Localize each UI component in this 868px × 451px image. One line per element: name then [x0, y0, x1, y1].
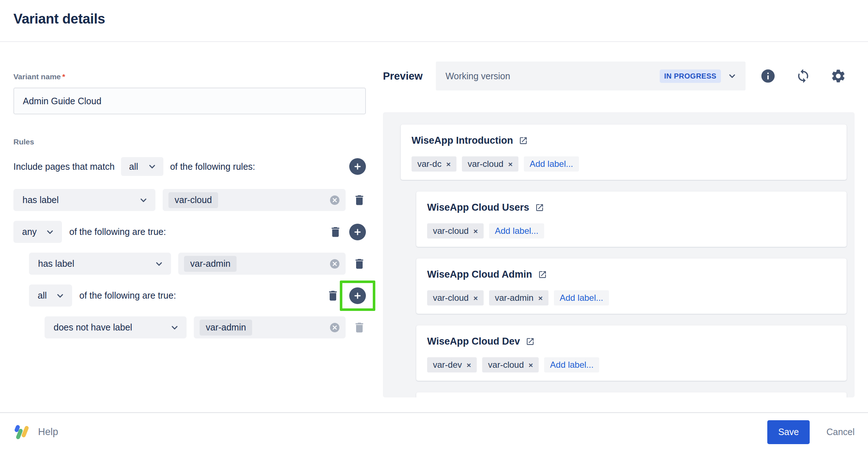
chevron-down-icon: [170, 323, 179, 332]
status-badge: IN PROGRESS: [660, 69, 721, 83]
label-chip: var-cloud×: [462, 156, 518, 172]
group-suffix-text: of the following are true:: [69, 227, 166, 237]
plus-icon: [353, 162, 362, 171]
preview-panel: WiseApp Introduction var-dc× var-cloud× …: [383, 112, 855, 397]
chevron-down-icon: [139, 195, 148, 205]
trash-icon: [329, 226, 342, 239]
plus-icon: [353, 227, 362, 237]
delete-rule-button[interactable]: [353, 194, 366, 207]
page-labels: var-dc× var-cloud× Add label...: [412, 156, 836, 172]
remove-label-icon[interactable]: ×: [538, 294, 543, 302]
label-chip: var-dc×: [412, 156, 456, 172]
page-header: Variant details: [0, 0, 868, 42]
delete-group-button[interactable]: [329, 226, 342, 239]
label-chip: var-cloud×: [427, 223, 484, 239]
chevron-down-icon: [154, 259, 164, 269]
rule-row: has label var-admin: [13, 253, 366, 275]
external-link-icon: [535, 203, 544, 212]
rule-label-field[interactable]: var-admin: [194, 316, 346, 338]
k15t-logo-icon: [13, 424, 31, 441]
group-suffix-text: of the following are true:: [79, 290, 176, 301]
clear-label-icon[interactable]: [330, 195, 340, 205]
rule-row: has label var-cloud: [13, 189, 366, 211]
label-chip: var-cloud×: [427, 290, 484, 305]
label-value-chip: var-admin: [184, 256, 237, 272]
remove-label-icon[interactable]: ×: [508, 160, 513, 168]
clear-label-icon[interactable]: [330, 323, 340, 333]
rule-label-field[interactable]: var-cloud: [163, 189, 346, 211]
label-chip: var-admin×: [489, 290, 548, 305]
footer-actions: Save Cancel: [767, 420, 855, 444]
page-link[interactable]: WiseApp Cloud Dev: [427, 334, 836, 349]
rule-label-field[interactable]: var-admin: [178, 253, 346, 275]
match-suffix-text: of the following rules:: [170, 161, 255, 172]
variant-name-input[interactable]: [13, 88, 366, 114]
main-content: Variant name* Rules Include pages that m…: [0, 42, 868, 412]
cancel-button[interactable]: Cancel: [826, 427, 855, 437]
page-link[interactable]: WiseApp Cloud Admin: [427, 267, 836, 282]
external-link-icon: [526, 337, 535, 346]
add-label-link[interactable]: Add label...: [544, 357, 599, 372]
label-chip: var-dev×: [427, 357, 477, 372]
click-highlight-annotation: [340, 281, 375, 311]
help-link[interactable]: Help: [13, 424, 58, 441]
page-labels: var-dev× var-cloud× Add label...: [427, 357, 836, 372]
remove-label-icon[interactable]: ×: [529, 361, 533, 369]
trash-icon: [353, 194, 366, 207]
rule-group-row: all of the following are true:: [13, 284, 366, 307]
version-name: Working version: [446, 71, 510, 81]
clear-label-icon[interactable]: [330, 259, 340, 269]
page-title: Variant details: [13, 11, 855, 27]
page-labels: var-cloud× Add label...: [427, 223, 836, 239]
remove-label-icon[interactable]: ×: [473, 294, 478, 302]
delete-rule-button[interactable]: [353, 257, 366, 270]
preview-toolbar: [760, 68, 846, 84]
save-button[interactable]: Save: [767, 420, 810, 444]
preview-header: Preview Working version IN PROGRESS: [383, 62, 855, 90]
plus-icon: [353, 291, 362, 300]
rule-group-row: any of the following are true:: [13, 221, 366, 243]
required-asterisk: *: [62, 72, 65, 81]
preview-section: Preview Working version IN PROGRESS Wise…: [383, 62, 855, 412]
add-label-link[interactable]: Add label...: [489, 223, 544, 239]
preview-label: Preview: [383, 70, 423, 82]
remove-label-icon[interactable]: ×: [467, 361, 471, 369]
group-operator-select[interactable]: all: [29, 284, 72, 307]
rules-section-label: Rules: [13, 138, 366, 146]
add-rule-button[interactable]: [349, 158, 366, 175]
add-nested-rule-button[interactable]: [349, 287, 366, 304]
group-operator-select[interactable]: any: [13, 221, 62, 243]
chevron-down-icon: [55, 291, 65, 300]
rule-operator-select[interactable]: has label: [13, 189, 155, 211]
remove-label-icon[interactable]: ×: [446, 160, 451, 168]
delete-group-button[interactable]: [326, 289, 339, 302]
page-link[interactable]: WiseApp Cloud Users: [427, 200, 836, 215]
add-label-link[interactable]: Add label...: [524, 156, 579, 172]
version-select[interactable]: Working version IN PROGRESS: [436, 62, 746, 90]
variant-name-label: Variant name*: [13, 72, 366, 81]
refresh-button[interactable]: [796, 68, 811, 84]
settings-button[interactable]: [830, 68, 846, 84]
rule-operator-select[interactable]: does not have label: [45, 316, 187, 338]
info-button[interactable]: [760, 68, 776, 84]
page-link[interactable]: WiseApp Introduction: [412, 133, 836, 148]
delete-rule-button-disabled: [353, 321, 366, 334]
footer-bar: Help Save Cancel: [0, 412, 868, 451]
page-card: WiseApp Introduction var-dc× var-cloud× …: [401, 125, 847, 180]
label-value-chip: var-cloud: [168, 192, 218, 208]
remove-label-icon[interactable]: ×: [473, 227, 478, 235]
match-operator-select[interactable]: all: [121, 157, 163, 176]
gear-icon: [830, 68, 846, 84]
refresh-icon: [796, 68, 811, 84]
trash-icon: [353, 257, 366, 270]
page-labels: var-cloud× var-admin× Add label...: [427, 290, 836, 305]
info-icon: [760, 68, 776, 84]
external-link-icon: [538, 270, 547, 279]
page-card: WiseApp Cloud Users var-cloud× Add label…: [416, 191, 847, 247]
add-label-link[interactable]: Add label...: [554, 290, 609, 305]
rule-operator-select[interactable]: has label: [29, 253, 171, 275]
add-nested-rule-button[interactable]: [349, 224, 366, 240]
rule-row: does not have label var-admin: [13, 316, 366, 338]
rules-match-row: Include pages that match all of the foll…: [13, 157, 366, 176]
label-value-chip: var-admin: [200, 320, 252, 336]
